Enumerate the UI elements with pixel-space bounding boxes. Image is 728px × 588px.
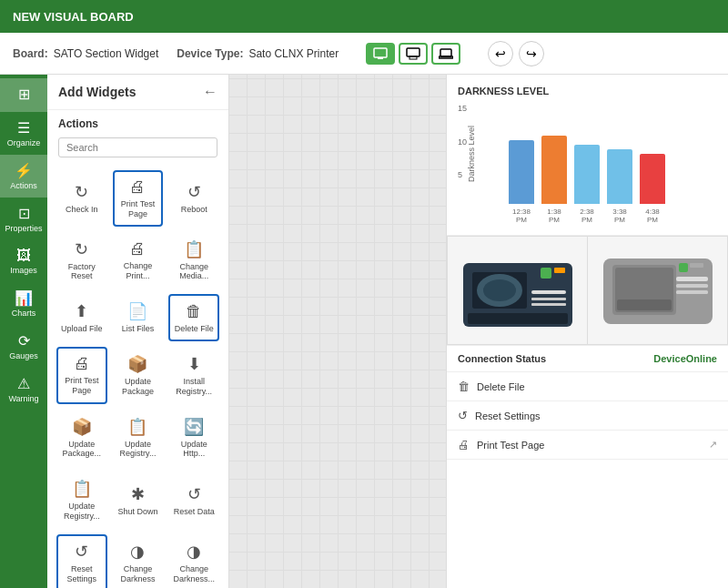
widget-item-install-registry[interactable]: ⬇Install Registry... bbox=[168, 347, 219, 404]
widget-icon-change-print: 🖨 bbox=[129, 239, 146, 259]
widget-icon-delete-file: 🗑 bbox=[186, 302, 202, 321]
action-row-print-test-page[interactable]: 🖨Print Test Page↗ bbox=[447, 431, 728, 460]
svg-rect-5 bbox=[439, 56, 453, 58]
widget-item-update-registry[interactable]: 📋Update Registry... bbox=[113, 410, 164, 467]
action-rows: 🗑Delete File↺Reset Settings🖨Print Test P… bbox=[447, 372, 728, 460]
chart-x-labels: 12:38 PM1:38 PM2:38 PM3:38 PM4:38 PM bbox=[481, 208, 717, 224]
warning-icon: ⚠ bbox=[17, 375, 30, 392]
widget-item-reboot[interactable]: ↺Reboot bbox=[168, 170, 219, 227]
widget-label-change-darkness2: Change Darkness... bbox=[172, 564, 216, 584]
action-label-delete-file: Delete File bbox=[477, 381, 525, 392]
widget-label-change-media: Change Media... bbox=[172, 262, 216, 282]
widget-item-print-test-page2[interactable]: 🖨Print Test Page bbox=[56, 347, 107, 404]
sidebar-item-charts[interactable]: 📊 Charts bbox=[0, 282, 47, 325]
action-row-reset-settings[interactable]: ↺Reset Settings bbox=[447, 401, 728, 431]
widget-item-change-media[interactable]: 📋Change Media... bbox=[168, 232, 219, 289]
widget-panel-title: Add Widgets bbox=[58, 85, 136, 99]
widget-icon-install-registry: ⬇ bbox=[187, 354, 201, 374]
widget-item-change-darkness[interactable]: ◑Change Darkness bbox=[113, 534, 164, 588]
y-label-15: 15 bbox=[458, 104, 467, 113]
chart-title: DARKNESS LEVEL bbox=[458, 86, 717, 96]
status-row: Connection Status DeviceOnline bbox=[447, 346, 728, 372]
sidebar-item-images[interactable]: 🖼 Images bbox=[0, 240, 47, 282]
laptop-icon-btn[interactable] bbox=[431, 43, 460, 65]
widget-panel-close-button[interactable]: ← bbox=[203, 84, 217, 100]
widget-item-change-darkness2[interactable]: ◑Change Darkness... bbox=[168, 534, 219, 588]
chart-x-label-2: 2:38 PM bbox=[574, 208, 600, 224]
widget-label-check-in: Check In bbox=[66, 205, 98, 215]
widget-icon-print-test-page: 🖨 bbox=[129, 177, 146, 197]
printer-image-left bbox=[447, 236, 587, 345]
sidebar-item-warning[interactable]: ⚠ Warning bbox=[0, 368, 47, 411]
widget-label-print-test-page2: Print Test Page bbox=[60, 376, 104, 396]
widget-label-install-registry: Install Registry... bbox=[172, 377, 216, 397]
widget-item-print-test-page[interactable]: 🖨Print Test Page bbox=[113, 170, 164, 227]
widget-item-delete-file[interactable]: 🗑Delete File bbox=[168, 294, 219, 341]
desktop-icon-btn[interactable] bbox=[399, 43, 428, 65]
svg-rect-15 bbox=[541, 268, 551, 279]
printer-image-right bbox=[587, 236, 728, 345]
svg-rect-4 bbox=[440, 49, 451, 56]
widget-item-update-registry2[interactable]: 📋Update Registry... bbox=[56, 471, 107, 529]
sidebar-item-properties[interactable]: ⊡ Properties bbox=[0, 198, 47, 240]
widget-item-reset-data[interactable]: ↺Reset Data bbox=[168, 471, 219, 529]
svg-rect-21 bbox=[676, 284, 708, 288]
widget-item-shut-down[interactable]: ✱Shut Down bbox=[113, 471, 164, 529]
properties-icon: ⊡ bbox=[18, 205, 30, 222]
device-value: Sato CLNX Printer bbox=[248, 47, 339, 60]
chart-bar-1 bbox=[541, 136, 567, 204]
undo-button[interactable]: ↩ bbox=[488, 41, 513, 66]
widget-icon-reset-settings: ↺ bbox=[75, 542, 88, 562]
sidebar: ⊞ ☰ Organize ⚡ Actions ⊡ Properties 🖼 Im… bbox=[0, 75, 47, 588]
widget-item-upload-file[interactable]: ⬆Upload File bbox=[56, 294, 107, 341]
toolbar: Board: SATO Section Widget Device Type: … bbox=[0, 33, 728, 75]
widget-item-list-files[interactable]: 📄List Files bbox=[113, 294, 164, 341]
widget-item-change-print[interactable]: 🖨Change Print... bbox=[113, 232, 164, 289]
widget-item-update-package2[interactable]: 📦Update Package... bbox=[56, 410, 107, 467]
widget-icon-shut-down: ✱ bbox=[131, 484, 145, 504]
widget-label-update-registry: Update Registry... bbox=[116, 440, 160, 460]
y-label-10: 10 bbox=[458, 137, 467, 147]
sidebar-item-organize[interactable]: ☰ Organize bbox=[0, 112, 47, 155]
sidebar-item-label: Actions bbox=[10, 181, 37, 190]
widget-search-input[interactable] bbox=[58, 137, 217, 157]
sidebar-item-gauges[interactable]: ⟳ Gauges bbox=[0, 325, 47, 368]
action-icon-print-test-page: 🖨 bbox=[458, 438, 470, 451]
widget-item-update-http[interactable]: 🔄Update Http... bbox=[168, 410, 219, 467]
canvas-area[interactable] bbox=[229, 75, 446, 588]
svg-point-10 bbox=[483, 279, 516, 301]
sidebar-item-label: Images bbox=[10, 266, 37, 275]
svg-rect-2 bbox=[407, 48, 420, 56]
sidebar-item-label: Charts bbox=[12, 309, 36, 318]
undo-redo-group: ↩ ↪ bbox=[488, 41, 544, 66]
sidebar-item-label: Warning bbox=[8, 394, 38, 403]
action-arrow-print-test-page: ↗ bbox=[709, 439, 717, 451]
svg-rect-13 bbox=[531, 303, 566, 306]
widget-label-shut-down: Shut Down bbox=[117, 507, 157, 517]
chart-bars bbox=[481, 104, 717, 204]
svg-rect-24 bbox=[679, 263, 688, 272]
widget-label-update-package: Update Package bbox=[116, 377, 160, 397]
widget-label-update-http: Update Http... bbox=[172, 440, 216, 460]
sidebar-item-grid[interactable]: ⊞ bbox=[0, 78, 47, 112]
printer-images bbox=[447, 236, 728, 346]
widget-label-update-registry2: Update Registry... bbox=[60, 502, 104, 522]
gauges-icon: ⟳ bbox=[18, 332, 30, 350]
widget-item-factory-reset[interactable]: ↻Factory Reset bbox=[56, 232, 107, 289]
sidebar-item-actions[interactable]: ⚡ Actions bbox=[0, 155, 47, 198]
redo-button[interactable]: ↪ bbox=[519, 41, 544, 66]
chart-bar-4 bbox=[640, 154, 665, 204]
widget-item-update-package[interactable]: 📦Update Package bbox=[113, 347, 164, 404]
svg-rect-25 bbox=[690, 263, 703, 268]
widget-label-reset-data: Reset Data bbox=[174, 507, 215, 517]
status-label: Connection Status bbox=[458, 353, 653, 364]
svg-rect-14 bbox=[468, 313, 568, 324]
widget-item-check-in[interactable]: ↻Check In bbox=[56, 170, 107, 227]
main-layout: ⊞ ☰ Organize ⚡ Actions ⊡ Properties 🖼 Im… bbox=[0, 75, 728, 588]
widget-panel-header: Add Widgets ← bbox=[47, 75, 228, 110]
action-row-delete-file[interactable]: 🗑Delete File bbox=[447, 372, 728, 401]
monitor-icon-btn[interactable] bbox=[366, 43, 395, 65]
widget-item-reset-settings[interactable]: ↺Reset Settings bbox=[56, 534, 107, 588]
sidebar-item-label: Properties bbox=[5, 224, 42, 233]
widget-label-list-files: List Files bbox=[122, 324, 155, 334]
